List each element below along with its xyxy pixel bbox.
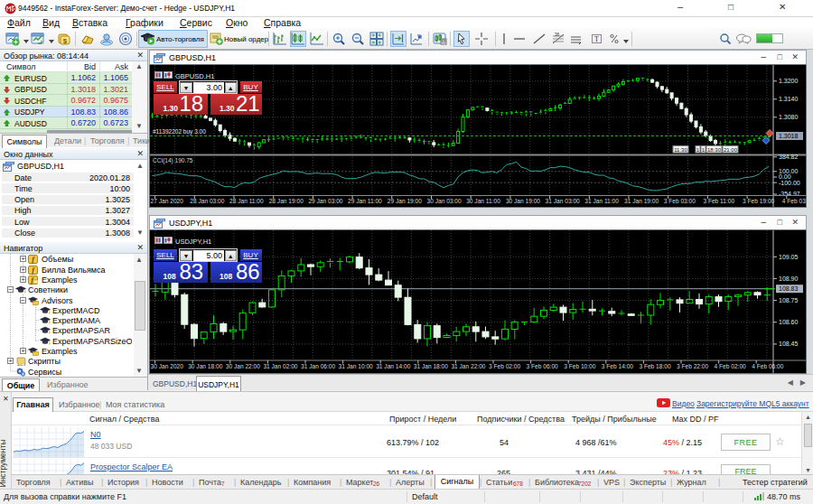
svg-text:3 Feb 03:00: 3 Feb 03:00 (664, 198, 696, 204)
svg-text:$: $ (63, 37, 68, 45)
svg-text:31 Jan 10:00: 31 Jan 10:00 (339, 363, 373, 369)
svg-text:30 Jan 18:00: 30 Jan 18:00 (188, 363, 222, 369)
svg-text:108.75: 108.75 (779, 297, 799, 303)
svg-text:1.3080: 1.3080 (779, 114, 799, 120)
svg-text:T: T (594, 35, 599, 43)
svg-text:4 Feb 03:00: 4 Feb 03:00 (782, 198, 806, 204)
svg-text:31 Jan 22:00: 31 Jan 22:00 (451, 363, 485, 369)
svg-text:21:00: 21:00 (724, 147, 738, 153)
svg-text:31 Jan 02:00: 31 Jan 02:00 (263, 363, 297, 369)
svg-text:18:30: 18:30 (707, 147, 722, 153)
svg-text:29 Jan 03:00: 29 Jan 03:00 (308, 198, 342, 204)
svg-text:31 Jan 11:00: 31 Jan 11:00 (584, 198, 619, 204)
svg-text:29 Jan 11:00: 29 Jan 11:00 (348, 198, 382, 204)
svg-text:30 Jan 19:00: 30 Jan 19:00 (506, 198, 540, 204)
svg-text:3 Feb 18:00: 3 Feb 18:00 (639, 363, 671, 369)
svg-text:384.82: 384.82 (779, 154, 799, 160)
svg-text:30 Jan 2020: 30 Jan 2020 (151, 363, 184, 369)
svg-text:28 Jan 03:00: 28 Jan 03:00 (190, 198, 224, 204)
svg-text:31 Jan 14:00: 31 Jan 14:00 (376, 363, 410, 369)
svg-text:28 Jan 11:00: 28 Jan 11:00 (229, 198, 264, 204)
svg-text:4 Feb 02:00: 4 Feb 02:00 (715, 363, 747, 369)
svg-text:-100.00: -100.00 (779, 180, 800, 186)
svg-text:108.83: 108.83 (779, 285, 799, 292)
svg-text:108.90: 108.90 (779, 275, 799, 282)
svg-text:30 Jan 22:00: 30 Jan 22:00 (226, 363, 260, 369)
svg-text:1.3018: 1.3018 (779, 133, 799, 139)
svg-text:3 Feb 22:00: 3 Feb 22:00 (677, 363, 709, 369)
svg-text:-354.97: -354.97 (779, 191, 800, 197)
svg-text:3 Feb 10:00: 3 Feb 10:00 (564, 363, 596, 369)
svg-text:108.45: 108.45 (779, 341, 799, 347)
svg-text:3 Feb 19:00: 3 Feb 19:00 (743, 198, 775, 204)
svg-text:30 Jan 03:00: 30 Jan 03:00 (427, 198, 462, 204)
svg-text:4 Feb 06:00: 4 Feb 06:00 (752, 363, 784, 369)
svg-text:109.05: 109.05 (779, 254, 799, 260)
svg-text:31 Jan 06:00: 31 Jan 06:00 (301, 363, 335, 369)
svg-text:1.3200: 1.3200 (779, 78, 799, 84)
svg-text:11:30: 11:30 (674, 147, 687, 153)
svg-text:31 Jan 19:00: 31 Jan 19:00 (624, 198, 659, 204)
svg-text:3 Feb 02:00: 3 Feb 02:00 (489, 363, 521, 369)
svg-text:27 Jan 2020: 27 Jan 2020 (151, 198, 184, 204)
svg-text:1.3140: 1.3140 (779, 96, 799, 102)
svg-text:28 Jan 19:00: 28 Jan 19:00 (269, 198, 304, 204)
svg-text:38: 38 (555, 33, 560, 37)
svg-text:30 Jan 11:00: 30 Jan 11:00 (466, 198, 500, 204)
svg-text:3 Feb 11:00: 3 Feb 11:00 (703, 198, 734, 204)
svg-text:31 Jan 03:00: 31 Jan 03:00 (546, 198, 580, 204)
svg-text:3 Feb 14:00: 3 Feb 14:00 (602, 363, 634, 369)
svg-text:108.60: 108.60 (779, 319, 799, 325)
svg-text:31 Jan 18:00: 31 Jan 18:00 (414, 363, 448, 369)
svg-text:CCI(14) 190.75: CCI(14) 190.75 (153, 157, 193, 164)
svg-text:29 Jan 19:00: 29 Jan 19:00 (388, 198, 422, 204)
svg-text:#11392202 buy 3.00: #11392202 buy 3.00 (153, 128, 206, 135)
svg-text:3 Feb 06:00: 3 Feb 06:00 (527, 363, 559, 369)
